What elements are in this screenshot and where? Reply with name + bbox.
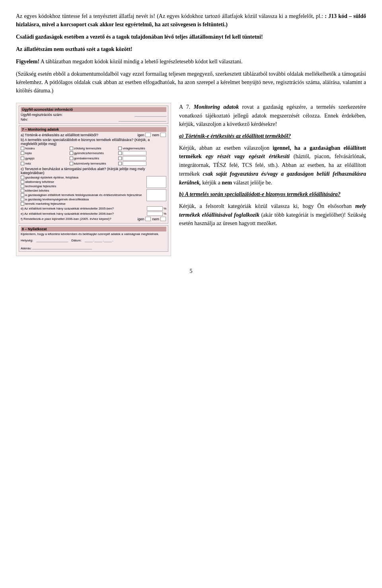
qc-item-1: gazdasági épületek építése, felújítása	[21, 176, 144, 179]
qc-items-list: gazdasági épületek építése, felújítása á…	[21, 176, 144, 206]
cb-extra1-input[interactable]	[123, 151, 146, 155]
cb-gomba-box[interactable]	[70, 157, 73, 160]
qd-row: d) Az előállított termékek hány százalék…	[21, 206, 166, 211]
main-layout: Ügyfél-azonosítási információ Ügyfél-reg…	[16, 103, 366, 256]
form-area: Ügyfél-azonosítási információ Ügyfél-reg…	[16, 103, 171, 256]
hely-input[interactable]	[36, 237, 68, 242]
paragraph-2: Családi gazdaságok esetében a vezető és …	[16, 33, 366, 41]
page-number: 5	[16, 268, 366, 274]
cb-tojas: tojás	[21, 151, 64, 155]
qf-yn: igen nem	[137, 217, 166, 221]
qa-nem-box[interactable]	[160, 133, 166, 137]
cb-kezimuvely: kézimüvely termesztés	[70, 161, 113, 166]
qf-nem-box[interactable]	[160, 217, 166, 221]
qc-box-2[interactable]	[146, 189, 166, 201]
cb-husaru-box[interactable]	[21, 147, 24, 150]
checkbox-grid: húsáru zöldség termesztés virágtermeszté…	[21, 147, 166, 166]
cb-empty3	[118, 161, 162, 166]
cb-gyumolcs-box[interactable]	[70, 151, 73, 155]
qc-item-7-box[interactable]	[21, 202, 24, 206]
qc-side-boxes	[145, 176, 166, 206]
section-7-title: 7 – Monitoring adatok	[21, 127, 166, 132]
qa-row: a) Történik-e értékesítés az előállított…	[21, 133, 166, 137]
cb-empty1-box[interactable]	[118, 151, 122, 155]
qc-label: c) Tervezet-e beruházást a támogatási pe…	[21, 167, 166, 175]
alairasok-input[interactable]	[32, 245, 92, 249]
section-7: 7 – Monitoring adatok a) Történik-e érté…	[19, 125, 168, 223]
qc-item-5: a gazdaságban előállított termékek feldo…	[21, 193, 144, 197]
qa-yn: igen nem	[137, 133, 166, 137]
alair-row: Helység: Dátum: . . .	[21, 237, 166, 242]
qc-box-1[interactable]	[146, 176, 166, 188]
right-column: A 7. Monitoring adatok rovat a gazdaság …	[179, 103, 366, 256]
nev-row: Név:	[21, 118, 166, 122]
cb-virag: virágtermesztés	[118, 147, 162, 150]
customer-section-title: Ügyfél-azonosítási információ	[21, 107, 166, 112]
paragraph-3: Az állatlétszám nem osztható szét a tago…	[16, 45, 366, 53]
qa-igen-box[interactable]	[145, 133, 151, 137]
cb-empty2	[118, 156, 162, 161]
qe-input[interactable]	[147, 212, 163, 216]
cb-empty3-box[interactable]	[118, 162, 122, 165]
paragraph-5: (Szükség esetén ebből a dokumentumoldalb…	[16, 70, 366, 95]
qc-item-4-box[interactable]	[21, 189, 24, 192]
cb-gomba: gombatermesztés	[70, 156, 113, 161]
cb-gyapju-box[interactable]	[21, 157, 24, 160]
paragraph-1: Az egyes kódokhoz tüntesse fel a tenyész…	[16, 12, 366, 29]
right-section-a-label: a) Történik-e értékesítés az előállított…	[179, 132, 366, 141]
datum-y1[interactable]	[85, 237, 93, 242]
cb-extra2-input[interactable]	[123, 156, 146, 161]
qc-item-2: állatlomány bővítése	[21, 180, 144, 184]
qc-item-1-box[interactable]	[21, 176, 24, 179]
qc-item-7: termék marketing fejlesztése	[21, 202, 144, 206]
cb-tojas-box[interactable]	[21, 151, 24, 155]
form-box: Ügyfél-azonosítási információ Ügyfél-reg…	[16, 103, 171, 256]
cb-mez-box[interactable]	[21, 162, 24, 165]
qf-row: f) Rendelkezik-e piaci kijönettel 2006-b…	[21, 217, 166, 221]
cb-husaru: húsáru	[21, 147, 64, 150]
datum-m1[interactable]	[94, 237, 102, 242]
cb-empty2-box[interactable]	[118, 157, 122, 160]
right-section-b-label: b) A termelés során specializálódott-e b…	[179, 190, 366, 199]
cb-zoldseg: zöldség termesztés	[70, 147, 113, 150]
qe-row: e) Az előállított termékek hány százalék…	[21, 212, 166, 216]
datum-fields: . . .	[85, 237, 113, 242]
qb-label: b) A termelés során specializálódott-e b…	[21, 138, 166, 146]
cb-empty1	[118, 151, 162, 155]
qc-item-6: a gazdaság tevékenységeinek diverzifikál…	[21, 198, 144, 201]
qc-item-4: költerület bővítés	[21, 189, 144, 192]
ugyfel-reg-input[interactable]	[134, 113, 166, 117]
section-8: 8 – Nyilatkozat Kijelentem, hogy a kifiz…	[19, 225, 168, 252]
cb-kezimuvely-box[interactable]	[70, 162, 73, 165]
nev-input[interactable]	[119, 118, 166, 122]
cb-extra3-input[interactable]	[123, 161, 146, 166]
right-section-b-text: Kérjük, a felsorolt kategóriák közül vál…	[179, 202, 366, 228]
nyilatkozat-text: Kijelentem, hogy a kifizetési kérelemben…	[21, 232, 166, 236]
qf-igen-box[interactable]	[145, 217, 151, 221]
datum-d1[interactable]	[104, 237, 112, 242]
ugyfel-reg-row: Ügyfél-regisztrációs szám:	[21, 113, 166, 117]
cb-mez: méz	[21, 161, 64, 166]
qc-items-layout: gazdasági épületek építése, felújítása á…	[21, 176, 166, 206]
qc-item-5-box[interactable]	[21, 193, 24, 197]
customer-section: Ügyfél-azonosítási információ Ügyfél-reg…	[19, 106, 168, 124]
cb-zoldseg-box[interactable]	[70, 147, 73, 150]
cb-virag-box[interactable]	[118, 147, 122, 150]
section-8-title: 8 – Nyilatkozat	[21, 227, 166, 231]
right-intro-para: A 7. Monitoring adatok rovat a gazdaság …	[179, 103, 366, 129]
cb-gyapju: gyapjú	[21, 156, 64, 161]
qc-item-2-box[interactable]	[21, 180, 24, 184]
qc-item-3-box[interactable]	[21, 184, 24, 188]
qd-input[interactable]	[147, 206, 163, 211]
cb-gyumolcs: gyümölcs/termesztés	[70, 151, 113, 155]
right-section-a-text: Kérjük, abban az esetben válaszoljon ige…	[179, 144, 366, 187]
qc-item-3: technológiai fejlesztés	[21, 184, 144, 188]
alairasok-row: Aláírás:	[21, 245, 166, 250]
qc-item-6-box[interactable]	[21, 198, 24, 201]
paragraph-4: Figyelem! A táblázatban megadott kódok k…	[16, 57, 366, 66]
